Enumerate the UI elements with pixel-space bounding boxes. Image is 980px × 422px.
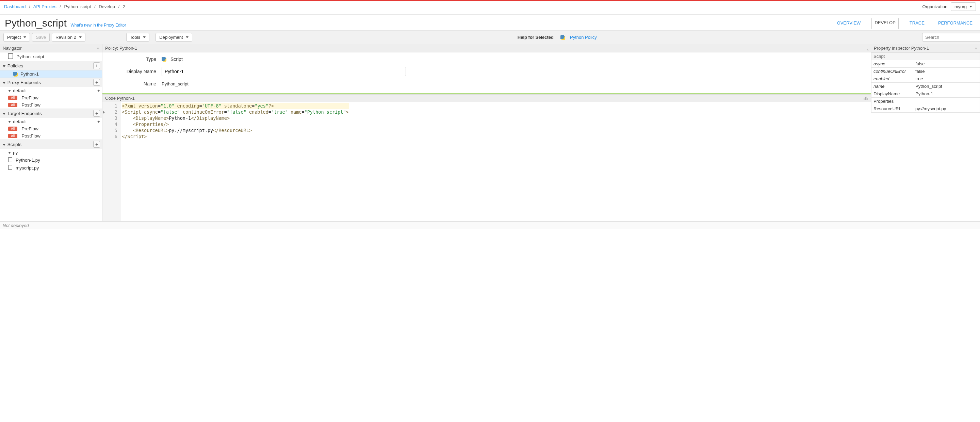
whats-new-link[interactable]: What's new in the Proxy Editor: [70, 23, 126, 27]
inspector-expand-icon[interactable]: »: [975, 46, 977, 51]
add-proxy-flow-button[interactable]: +: [97, 88, 100, 93]
nav-scripts-py[interactable]: py: [0, 149, 102, 156]
tools-menu-button[interactable]: Tools: [126, 33, 150, 41]
revision-menu-button[interactable]: Revision 2: [52, 33, 86, 41]
nav-scripts-py-label: py: [13, 150, 18, 155]
inspector-value[interactable]: true: [913, 75, 980, 83]
breadcrumb-row: Dashboard / API Proxies / Python_script …: [0, 1, 980, 14]
navigator-title: Navigator: [3, 46, 22, 51]
inspector-table: Script asyncfalsecontinueOnErrorfalseena…: [871, 53, 980, 113]
crumb-dashboard[interactable]: Dashboard: [4, 4, 26, 9]
code-header-label: Code Python-1: [105, 96, 135, 101]
code-header: Code Python-1 ⁂: [102, 94, 871, 102]
inspector-key: DisplayName: [872, 90, 913, 98]
add-target-flow-button[interactable]: +: [97, 119, 100, 124]
add-proxy-endpoint-button[interactable]: +: [93, 79, 100, 86]
inspector-row[interactable]: DisplayNamePython-1: [872, 90, 980, 98]
property-inspector-pane: Property Inspector Python-1 » Script asy…: [871, 44, 980, 221]
inspector-row[interactable]: asyncfalse: [872, 60, 980, 68]
name-value: Python_script: [162, 81, 189, 86]
nav-section-policies[interactable]: Policies +: [0, 61, 102, 70]
nav-flow-preflow[interactable]: All PreFlow: [0, 94, 102, 102]
nav-flow-label: PreFlow: [21, 95, 38, 100]
toolbar: Project Save Revision 2 Tools Deployment…: [0, 30, 980, 44]
organization-select[interactable]: myorg: [951, 2, 976, 11]
name-label: Name: [108, 81, 162, 86]
all-badge: All: [8, 96, 18, 100]
nav-flow-postflow[interactable]: All PostFlow: [0, 132, 102, 140]
inspector-value[interactable]: false: [913, 60, 980, 68]
nav-section-scripts[interactable]: Scripts +: [0, 140, 102, 149]
nav-target-endpoint-default[interactable]: default +: [0, 118, 102, 125]
help-for-selected-label: Help for Selected: [517, 35, 554, 40]
navigator-header: Navigator «: [0, 44, 102, 53]
nav-scripts-label: Scripts: [8, 142, 21, 147]
tab-overview[interactable]: OVERVIEW: [834, 18, 864, 29]
search-input[interactable]: [922, 33, 980, 41]
collapse-down-icon[interactable]: ⁂: [864, 96, 868, 101]
inspector-header: Property Inspector Python-1 »: [871, 44, 980, 53]
nav-flow-preflow[interactable]: All PreFlow: [0, 125, 102, 132]
policy-panel-title: Policy: Python-1: [105, 46, 137, 51]
search-box: [922, 33, 977, 41]
inspector-row[interactable]: continueOnErrorfalse: [872, 68, 980, 75]
add-policy-button[interactable]: +: [93, 62, 100, 69]
chevron-down-icon: [3, 113, 5, 115]
inspector-key: name: [872, 83, 913, 90]
inspector-value[interactable]: false: [913, 68, 980, 75]
save-button: Save: [32, 33, 50, 41]
add-target-endpoint-button[interactable]: +: [93, 110, 100, 117]
project-menu-button[interactable]: Project: [3, 33, 30, 41]
editor-body[interactable]: <?xml version="1.0" encoding="UTF-8" sta…: [121, 102, 350, 221]
nav-target-endpoint-default-label: default: [13, 119, 27, 124]
nav-target-endpoints-label: Target Endpoints: [8, 111, 42, 116]
python-policy-help-link[interactable]: Python Policy: [570, 35, 597, 40]
nav-flow-label: PostFlow: [21, 134, 40, 139]
inspector-value[interactable]: py://myscript.py: [913, 105, 980, 113]
inspector-title: Property Inspector Python-1: [874, 46, 929, 51]
inspector-row[interactable]: namePython_script: [872, 83, 980, 90]
code-editor[interactable]: 123456 <?xml version="1.0" encoding="UTF…: [102, 102, 871, 221]
nav-proxy-endpoint-default[interactable]: default +: [0, 87, 102, 94]
nav-proxy-endpoints-label: Proxy Endpoints: [8, 80, 41, 85]
nav-script-file[interactable]: Python-1.py: [0, 156, 102, 164]
nav-root-label: Python_script: [16, 54, 44, 59]
tab-bar: OVERVIEW DEVELOP TRACE PERFORMANCE: [834, 18, 975, 29]
navigator-tree: Python_script Policies + Python-1 Proxy …: [0, 53, 102, 221]
nav-section-proxy-endpoints[interactable]: Proxy Endpoints +: [0, 78, 102, 87]
crumb-api-proxies[interactable]: API Proxies: [33, 4, 56, 9]
breadcrumb: Dashboard / API Proxies / Python_script …: [4, 4, 125, 9]
inspector-value[interactable]: [913, 98, 980, 105]
page-title: Python_script: [5, 18, 67, 29]
all-badge: All: [8, 103, 18, 107]
nav-flow-postflow[interactable]: All PostFlow: [0, 102, 102, 108]
deployment-menu-button[interactable]: Deployment: [156, 33, 192, 41]
nav-policy-item-label: Python-1: [21, 72, 39, 76]
display-name-input[interactable]: [162, 67, 406, 76]
add-script-button[interactable]: +: [93, 141, 100, 148]
status-bar: Not deployed: [0, 221, 980, 229]
file-icon: [8, 165, 14, 171]
nav-script-file[interactable]: myscript.py: [0, 164, 102, 172]
inspector-row[interactable]: enabledtrue: [872, 75, 980, 83]
policy-panel-header: Policy: Python-1 ⁁: [102, 44, 871, 53]
inspector-row[interactable]: Properties: [872, 98, 980, 105]
collapse-up-icon[interactable]: ⁁: [867, 46, 868, 51]
document-icon: [8, 53, 15, 60]
inspector-row[interactable]: ResourceURLpy://myscript.py: [872, 105, 980, 113]
all-badge: All: [8, 127, 18, 131]
nav-section-target-endpoints[interactable]: Target Endpoints +: [0, 108, 102, 118]
navigator-pane: Navigator « Python_script Policies + Pyt…: [0, 44, 102, 221]
tab-develop[interactable]: DEVELOP: [872, 18, 898, 29]
tab-performance[interactable]: PERFORMANCE: [935, 18, 975, 29]
nav-policy-item[interactable]: Python-1: [0, 70, 102, 78]
chevron-down-icon: [8, 152, 11, 154]
inspector-value[interactable]: Python-1: [913, 90, 980, 98]
inspector-value[interactable]: Python_script: [913, 83, 980, 90]
inspector-key: Properties: [872, 98, 913, 105]
editor-gutter: 123456: [102, 102, 121, 221]
nav-root[interactable]: Python_script: [0, 53, 102, 61]
tab-trace[interactable]: TRACE: [907, 18, 927, 29]
all-badge: All: [8, 134, 18, 138]
navigator-collapse-icon[interactable]: «: [97, 46, 99, 51]
